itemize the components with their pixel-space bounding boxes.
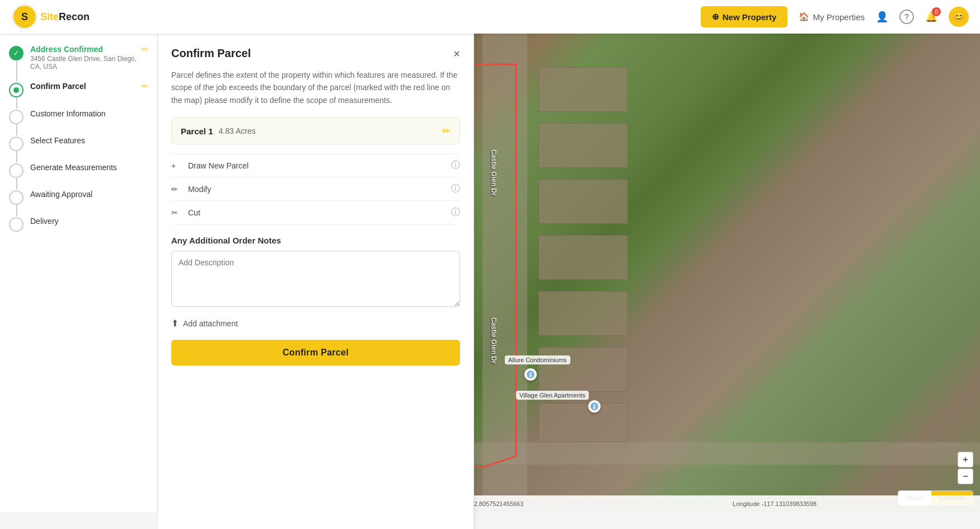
draw-parcel-label: Draw New Parcel xyxy=(188,161,446,170)
panel-description: Parcel defines the extent of the propert… xyxy=(171,69,460,106)
map-label-village-glen-apts: Village Glen Apartments xyxy=(516,391,589,400)
street-label-castle-glen-1: Castle Glen Dr xyxy=(490,149,498,196)
panel-header: Confirm Parcel × xyxy=(171,47,460,60)
step-edit-icon-address[interactable]: ✏ xyxy=(142,45,148,54)
step-indicator-generate xyxy=(9,163,24,178)
attach-label: Add attachment xyxy=(183,319,238,328)
draw-parcel-info-icon[interactable]: ⓘ xyxy=(451,160,460,171)
confirm-parcel-button[interactable]: Confirm Parcel xyxy=(171,340,460,366)
building-block-r2 xyxy=(538,123,628,168)
svg-rect-12 xyxy=(594,407,595,409)
step-label-awaiting: Awaiting Approval xyxy=(30,190,92,199)
map-zoom-controls: + − xyxy=(958,452,973,484)
logo-icon: S xyxy=(11,3,38,30)
notification-count: 0 xyxy=(932,7,941,16)
step-sublabel-address: 3456 Castle Glen Drive, San Diego, CA, U… xyxy=(30,55,148,71)
step-item-generate: Generate Measurements xyxy=(9,162,148,178)
my-properties-link[interactable]: 🏠 My Properties xyxy=(799,12,865,22)
user-icon[interactable]: 👤 xyxy=(876,11,888,23)
step-edit-icon-confirm[interactable]: ✏ xyxy=(142,82,148,91)
svg-point-7 xyxy=(527,371,534,378)
attach-icon: ⬆ xyxy=(171,318,179,329)
map-longitude: Longitude -117.131039833598 xyxy=(733,500,817,507)
step-label-confirm: Confirm Parcel xyxy=(30,82,86,91)
modify-info-icon[interactable]: ⓘ xyxy=(451,183,460,195)
step-indicator-active xyxy=(9,83,24,97)
building-block-r6 xyxy=(538,347,628,392)
building-block-r3 xyxy=(538,179,628,224)
step-item-customer-info: Customer Information xyxy=(9,109,148,124)
notes-section-title: Any Additional Order Notes xyxy=(171,236,460,245)
map-label-allure: Allure Condominiums xyxy=(505,355,570,364)
cut-info-icon[interactable]: ⓘ xyxy=(451,207,460,218)
svg-point-10 xyxy=(590,402,598,410)
step-label-customer: Customer Information xyxy=(30,109,106,118)
building-block-r7 xyxy=(538,403,628,442)
step-label-generate: Generate Measurements xyxy=(30,163,117,172)
step-item-select-features: Select Features xyxy=(9,135,148,151)
step-label-delivery: Delivery xyxy=(30,217,59,226)
sidebar: ✓ Address Confirmed ✏ 3456 Castle Glen D… xyxy=(0,34,158,512)
building-block-r5 xyxy=(538,291,628,336)
zoom-out-button[interactable]: − xyxy=(958,469,973,484)
info-pin-2 xyxy=(524,368,537,381)
zoom-in-button[interactable]: + xyxy=(958,452,973,467)
parcel-row: Parcel 1 4.83 Acres ✏ xyxy=(171,118,460,144)
building-block-r1 xyxy=(538,67,628,112)
step-item-awaiting: Awaiting Approval xyxy=(9,189,148,205)
header-actions: ⊕ New Property 🏠 My Properties 👤 ? 🔔 0 😊 xyxy=(701,6,969,27)
step-indicator-features xyxy=(9,137,24,151)
new-property-button[interactable]: ⊕ New Property xyxy=(701,6,788,27)
step-list: ✓ Address Confirmed ✏ 3456 Castle Glen D… xyxy=(9,45,148,232)
road-castle-glen xyxy=(482,34,527,512)
modify-icon: ✏ xyxy=(171,185,182,194)
confirm-parcel-panel: Confirm Parcel × Parcel defines the exte… xyxy=(158,34,474,529)
panel-close-button[interactable]: × xyxy=(453,48,460,59)
tool-draw-new-parcel[interactable]: + Draw New Parcel ⓘ xyxy=(171,153,460,177)
step-indicator-delivery xyxy=(9,217,24,232)
parcel-tools: + Draw New Parcel ⓘ ✏ Modify ⓘ ✂ Cut ⓘ xyxy=(171,153,460,224)
step-item-address-confirmed: ✓ Address Confirmed ✏ 3456 Castle Glen D… xyxy=(9,45,148,71)
home-icon: 🏠 xyxy=(799,12,809,22)
panel-title: Confirm Parcel xyxy=(171,47,251,60)
cut-icon: ✂ xyxy=(171,208,182,217)
parcel-name: Parcel 1 xyxy=(181,127,213,136)
step-label-address: Address Confirmed xyxy=(30,45,103,54)
svg-text:S: S xyxy=(21,11,28,22)
avatar[interactable]: 😊 xyxy=(949,7,969,27)
plus-icon: ⊕ xyxy=(712,12,719,22)
help-icon[interactable]: ? xyxy=(899,10,914,24)
step-item-confirm-parcel: Confirm Parcel ✏ xyxy=(9,82,148,97)
parcel-edit-icon[interactable]: ✏ xyxy=(442,125,451,137)
step-item-delivery: Delivery xyxy=(9,216,148,232)
info-pin-3 xyxy=(588,400,601,413)
logo-text: SiteRecon xyxy=(40,11,90,23)
step-indicator-awaiting xyxy=(9,190,24,205)
parcel-acres: 4.83 Acres xyxy=(219,127,256,135)
svg-point-8 xyxy=(530,373,532,374)
svg-rect-9 xyxy=(530,375,532,377)
modify-label: Modify xyxy=(188,185,446,194)
add-attachment-row[interactable]: ⬆ Add attachment xyxy=(171,318,460,329)
step-indicator-customer xyxy=(9,110,24,124)
notes-textarea[interactable] xyxy=(171,251,460,307)
draw-parcel-icon: + xyxy=(171,161,182,170)
notification-bell[interactable]: 🔔 0 xyxy=(925,11,937,23)
tool-cut[interactable]: ✂ Cut ⓘ xyxy=(171,201,460,224)
app-header: S SiteRecon ⊕ New Property 🏠 My Properti… xyxy=(0,0,980,34)
step-label-features: Select Features xyxy=(30,136,85,145)
building-block-r4 xyxy=(538,235,628,280)
cut-label: Cut xyxy=(188,208,446,217)
logo: S SiteRecon xyxy=(11,3,90,30)
svg-point-11 xyxy=(594,405,595,406)
street-label-castle-glen-2: Castle Glen Dr xyxy=(490,317,498,364)
step-indicator-done: ✓ xyxy=(9,46,24,60)
tool-modify[interactable]: ✏ Modify ⓘ xyxy=(171,177,460,201)
